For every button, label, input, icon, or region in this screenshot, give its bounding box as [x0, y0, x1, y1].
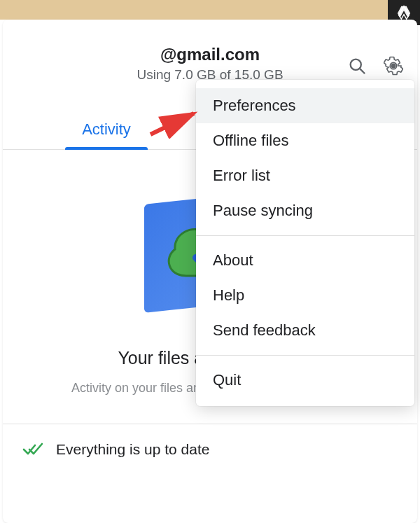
menu-divider — [196, 355, 414, 356]
tab-activity[interactable]: Activity — [3, 112, 210, 149]
menu-pause-syncing[interactable]: Pause syncing — [196, 193, 414, 228]
menu-error-list[interactable]: Error list — [196, 158, 414, 193]
footer-text: Everything is up to date — [56, 441, 209, 458]
menu-quit[interactable]: Quit — [196, 363, 414, 398]
account-header: @gmail.com Using 7.0 GB of 15.0 GB — [3, 20, 417, 83]
footer-status: Everything is up to date — [3, 424, 417, 475]
menubar-top — [0, 0, 420, 20]
search-icon — [347, 56, 367, 76]
settings-menu: Preferences Offline files Error list Pau… — [196, 80, 414, 406]
menu-preferences[interactable]: Preferences — [196, 88, 414, 123]
menu-divider — [196, 235, 414, 236]
settings-button[interactable] — [382, 55, 405, 77]
drive-icon — [396, 5, 412, 20]
svg-point-2 — [391, 64, 396, 69]
gear-icon — [384, 56, 403, 76]
menu-help[interactable]: Help — [196, 278, 414, 313]
search-button[interactable] — [346, 55, 368, 77]
menu-send-feedback[interactable]: Send feedback — [196, 313, 414, 348]
svg-line-1 — [360, 69, 364, 73]
menu-offline-files[interactable]: Offline files — [196, 123, 414, 158]
menu-about[interactable]: About — [196, 243, 414, 278]
double-check-icon — [22, 441, 43, 458]
